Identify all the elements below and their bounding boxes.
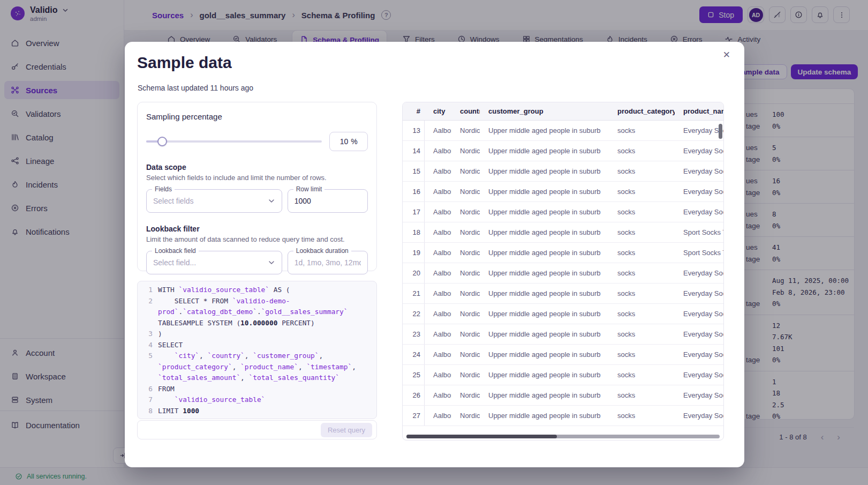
table-row: 14AalborgNordicsUpper middle aged people… xyxy=(403,141,723,161)
sampling-slider[interactable] xyxy=(146,137,322,146)
vertical-scrollbar-thumb[interactable] xyxy=(719,124,722,139)
table-cell: Everyday Soc xyxy=(675,391,723,399)
table-cell: Everyday Soc xyxy=(675,188,723,196)
column-header-city: city xyxy=(425,107,451,115)
slider-track[interactable] xyxy=(146,140,322,143)
line-number: 6 xyxy=(144,384,153,395)
column-header-product_category: product_category xyxy=(609,107,675,115)
table-cell: Aalborg xyxy=(425,350,451,359)
table-cell: Aalborg xyxy=(425,289,451,297)
line-number: 8 xyxy=(144,406,153,417)
table-cell: socks xyxy=(609,391,675,399)
sampling-percentage-label: Sampling percentage xyxy=(146,112,368,121)
table-cell: socks xyxy=(609,289,675,297)
table-cell: Everyday Soc xyxy=(675,167,723,175)
line-number: 4 xyxy=(144,340,153,351)
sql-line: 5 `city`, `country`, `customer_group`, `… xyxy=(144,350,370,384)
table-cell: socks xyxy=(609,412,675,420)
row-number-cell: 13 xyxy=(403,121,425,140)
table-cell: Aalborg xyxy=(425,147,451,155)
slider-handle[interactable] xyxy=(157,137,167,146)
table-cell: socks xyxy=(609,310,675,318)
column-header-product_name: product_name xyxy=(675,107,723,115)
table-cell: socks xyxy=(609,249,675,257)
row-number-cell: 15 xyxy=(403,161,425,181)
line-number: 3 xyxy=(144,329,153,340)
row-number-cell: 14 xyxy=(403,141,425,161)
table-cell: Everyday Soc xyxy=(675,350,723,359)
lookback-duration-field[interactable]: Lookback duration xyxy=(288,251,368,274)
sql-text: SELECT * FROM `validio-demo-prod`.`catal… xyxy=(158,296,370,329)
table-cell: Nordics xyxy=(451,391,480,399)
table-cell: Aalborg xyxy=(425,188,451,196)
table-cell: Nordics xyxy=(451,289,480,297)
table-row: 17AalborgNordicsUpper middle aged people… xyxy=(403,202,723,222)
table-row: 20AalborgNordicsUpper middle aged people… xyxy=(403,263,723,283)
table-row: 22AalborgNordicsUpper middle aged people… xyxy=(403,304,723,324)
lookback-duration-label: Lookback duration xyxy=(293,247,351,255)
sql-text: WITH `validio_source_table` AS ( xyxy=(158,285,370,296)
table-cell: Aalborg xyxy=(425,228,451,236)
table-cell: socks xyxy=(609,188,675,196)
table-cell: Aalborg xyxy=(425,330,451,338)
schema-updated-text: Schema last updated 11 hours ago xyxy=(138,84,253,92)
table-cell: socks xyxy=(609,330,675,338)
close-icon[interactable]: ✕ xyxy=(723,50,730,59)
table-row: 13AalborgNordicsUpper middle aged people… xyxy=(403,121,723,141)
table-cell: socks xyxy=(609,371,675,379)
line-number: 7 xyxy=(144,394,153,406)
table-cell: Nordics xyxy=(451,228,480,236)
table-header-row: #citycountrycustomer_groupproduct_catego… xyxy=(403,102,723,121)
lookback-duration-input[interactable] xyxy=(295,258,361,267)
sql-line: 8LIMIT 1000 xyxy=(144,406,370,417)
table-cell: socks xyxy=(609,126,675,135)
table-row: 15AalborgNordicsUpper middle aged people… xyxy=(403,161,723,182)
sql-text: `validio_source_table` xyxy=(158,394,370,406)
table-cell: Everyday Soc xyxy=(675,147,723,155)
table-cell: Nordics xyxy=(451,310,480,318)
sql-line: 7 `validio_source_table` xyxy=(144,394,370,406)
sql-text: LIMIT 1000 xyxy=(158,406,370,417)
row-limit-input[interactable] xyxy=(295,197,361,205)
table-cell: Upper middle aged people in suburb xyxy=(480,289,609,297)
sql-line: 6FROM xyxy=(144,384,370,395)
fields-label: Fields xyxy=(152,185,175,193)
table-cell: Upper middle aged people in suburb xyxy=(480,228,609,236)
row-number-cell: 25 xyxy=(403,365,425,385)
fields-select[interactable]: Fields Select fields xyxy=(146,189,282,213)
horizontal-scrollbar[interactable] xyxy=(406,435,720,438)
lookback-field-placeholder: Select field... xyxy=(153,258,196,267)
modal-title: Sample data xyxy=(137,54,232,72)
table-cell: Everyday Soc xyxy=(675,330,723,338)
table-cell: Aalborg xyxy=(425,371,451,379)
table-cell: Everyday Soc xyxy=(675,269,723,277)
row-limit-field[interactable]: Row limit xyxy=(288,189,368,213)
column-header-country: country xyxy=(451,107,480,115)
table-cell: socks xyxy=(609,350,675,359)
lookback-filter-description: Limit the amount of data scanned to redu… xyxy=(146,235,368,243)
reset-query-button[interactable]: Reset query xyxy=(321,423,372,437)
horizontal-scrollbar-thumb[interactable] xyxy=(406,435,557,438)
table-cell: Everyday Soc xyxy=(675,371,723,379)
table-cell: Upper middle aged people in suburb xyxy=(480,412,609,420)
sql-line: 4SELECT xyxy=(144,340,370,351)
table-cell: Nordics xyxy=(451,412,480,420)
table-cell: Sport Socks T xyxy=(675,249,723,257)
table-row: 27AalborgNordicsUpper middle aged people… xyxy=(403,406,723,426)
table-cell: Aalborg xyxy=(425,412,451,420)
table-cell: Upper middle aged people in suburb xyxy=(480,188,609,196)
table-cell: Upper middle aged people in suburb xyxy=(480,249,609,257)
table-cell: Nordics xyxy=(451,269,480,277)
table-cell: socks xyxy=(609,208,675,216)
column-header-row-number: # xyxy=(403,102,425,120)
table-cell: Everyday Soc xyxy=(675,289,723,297)
sampling-value-box[interactable]: 10 % xyxy=(329,132,368,151)
sql-line: 3) xyxy=(144,329,370,340)
sampling-controls-panel: Sampling percentage 10 % Data scope Sele… xyxy=(137,102,377,271)
row-limit-label: Row limit xyxy=(293,185,325,193)
table-cell: Upper middle aged people in suburb xyxy=(480,167,609,175)
row-number-cell: 21 xyxy=(403,283,425,303)
lookback-field-select[interactable]: Lookback field Select field... xyxy=(146,251,282,274)
table-cell: Upper middle aged people in suburb xyxy=(480,147,609,155)
sql-line: 2 SELECT * FROM `validio-demo-prod`.`cat… xyxy=(144,296,370,329)
